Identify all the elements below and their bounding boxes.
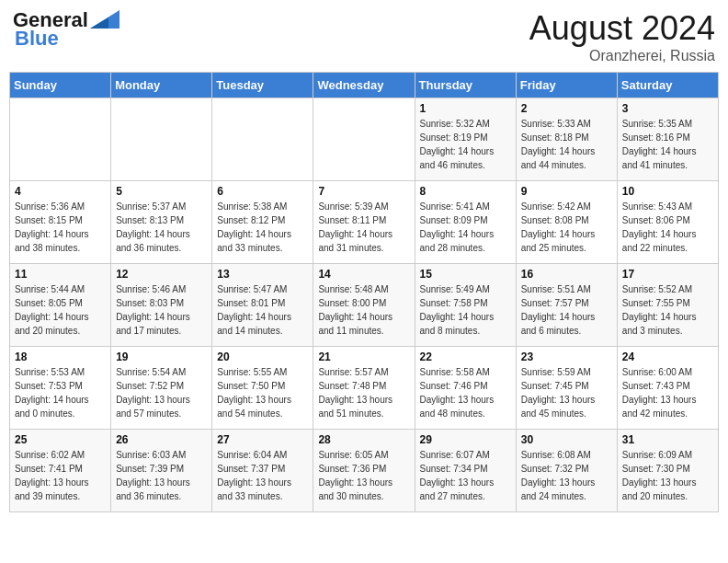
logo: General Blue (13, 9, 119, 50)
day-info: Sunrise: 5:42 AM Sunset: 8:08 PM Dayligh… (521, 200, 612, 255)
calendar-day-cell: 28Sunrise: 6:05 AM Sunset: 7:36 PM Dayli… (313, 430, 415, 512)
month-year-title: August 2024 (529, 9, 715, 48)
calendar-day-cell: 20Sunrise: 5:55 AM Sunset: 7:50 PM Dayli… (212, 347, 313, 430)
day-info: Sunrise: 5:57 AM Sunset: 7:48 PM Dayligh… (318, 365, 409, 420)
day-info: Sunrise: 6:07 AM Sunset: 7:34 PM Dayligh… (420, 448, 511, 503)
calendar-day-cell: 11Sunrise: 5:44 AM Sunset: 8:05 PM Dayli… (10, 264, 111, 347)
calendar-day-cell (313, 98, 415, 181)
day-number: 31 (622, 433, 713, 446)
day-of-week-header: Saturday (617, 73, 718, 98)
day-of-week-header: Thursday (415, 73, 516, 98)
calendar-day-cell: 5Sunrise: 5:37 AM Sunset: 8:13 PM Daylig… (111, 181, 212, 264)
calendar-day-cell: 27Sunrise: 6:04 AM Sunset: 7:37 PM Dayli… (212, 430, 313, 512)
calendar-day-cell: 6Sunrise: 5:38 AM Sunset: 8:12 PM Daylig… (212, 181, 313, 264)
calendar-day-cell: 12Sunrise: 5:46 AM Sunset: 8:03 PM Dayli… (111, 264, 212, 347)
day-number: 12 (116, 268, 207, 281)
calendar-day-cell: 9Sunrise: 5:42 AM Sunset: 8:08 PM Daylig… (516, 181, 617, 264)
calendar-day-cell: 17Sunrise: 5:52 AM Sunset: 7:55 PM Dayli… (617, 264, 718, 347)
day-info: Sunrise: 5:36 AM Sunset: 8:15 PM Dayligh… (15, 200, 106, 255)
day-of-week-header: Monday (111, 73, 212, 98)
day-info: Sunrise: 5:51 AM Sunset: 7:57 PM Dayligh… (521, 282, 612, 338)
day-number: 27 (217, 433, 308, 446)
day-number: 2 (521, 102, 612, 115)
calendar-day-cell: 29Sunrise: 6:07 AM Sunset: 7:34 PM Dayli… (415, 430, 516, 512)
day-number: 30 (521, 433, 612, 446)
calendar-day-cell: 21Sunrise: 5:57 AM Sunset: 7:48 PM Dayli… (313, 347, 415, 430)
location-subtitle: Oranzherei, Russia (529, 48, 715, 64)
day-info: Sunrise: 5:37 AM Sunset: 8:13 PM Dayligh… (116, 200, 207, 255)
day-info: Sunrise: 6:02 AM Sunset: 7:41 PM Dayligh… (15, 448, 106, 503)
calendar-day-cell: 30Sunrise: 6:08 AM Sunset: 7:32 PM Dayli… (516, 430, 617, 512)
day-number: 15 (420, 268, 511, 281)
day-info: Sunrise: 5:32 AM Sunset: 8:19 PM Dayligh… (420, 117, 511, 172)
day-of-week-header: Wednesday (313, 73, 415, 98)
day-number: 25 (15, 433, 106, 446)
day-number: 28 (318, 433, 409, 446)
day-number: 4 (15, 185, 106, 198)
calendar-day-cell: 8Sunrise: 5:41 AM Sunset: 8:09 PM Daylig… (415, 181, 516, 264)
day-number: 6 (217, 185, 308, 198)
day-number: 19 (116, 350, 207, 363)
day-info: Sunrise: 6:00 AM Sunset: 7:43 PM Dayligh… (622, 365, 713, 420)
day-number: 29 (420, 433, 511, 446)
day-info: Sunrise: 5:58 AM Sunset: 7:46 PM Dayligh… (420, 365, 511, 420)
day-info: Sunrise: 5:43 AM Sunset: 8:06 PM Dayligh… (622, 200, 713, 255)
calendar-day-cell: 13Sunrise: 5:47 AM Sunset: 8:01 PM Dayli… (212, 264, 313, 347)
day-of-week-header: Sunday (10, 73, 111, 98)
day-info: Sunrise: 5:44 AM Sunset: 8:05 PM Dayligh… (15, 282, 106, 338)
calendar-day-cell (111, 98, 212, 181)
day-number: 21 (318, 350, 409, 363)
day-number: 16 (521, 268, 612, 281)
title-block: August 2024 Oranzherei, Russia (529, 9, 715, 64)
day-info: Sunrise: 5:49 AM Sunset: 7:58 PM Dayligh… (420, 282, 511, 338)
day-number: 22 (420, 350, 511, 363)
day-info: Sunrise: 5:39 AM Sunset: 8:11 PM Dayligh… (318, 200, 409, 255)
day-info: Sunrise: 5:59 AM Sunset: 7:45 PM Dayligh… (521, 365, 612, 420)
calendar-day-cell: 24Sunrise: 6:00 AM Sunset: 7:43 PM Dayli… (617, 347, 718, 430)
day-number: 26 (116, 433, 207, 446)
day-number: 24 (622, 350, 713, 363)
calendar-day-cell: 22Sunrise: 5:58 AM Sunset: 7:46 PM Dayli… (415, 347, 516, 430)
day-of-week-header: Tuesday (212, 73, 313, 98)
day-info: Sunrise: 5:46 AM Sunset: 8:03 PM Dayligh… (116, 282, 207, 338)
calendar-week-row: 18Sunrise: 5:53 AM Sunset: 7:53 PM Dayli… (10, 347, 719, 430)
day-info: Sunrise: 6:03 AM Sunset: 7:39 PM Dayligh… (116, 448, 207, 503)
calendar-day-cell: 2Sunrise: 5:33 AM Sunset: 8:18 PM Daylig… (516, 98, 617, 181)
day-info: Sunrise: 5:33 AM Sunset: 8:18 PM Dayligh… (521, 117, 612, 172)
logo-blue-text: Blue (15, 28, 59, 50)
day-info: Sunrise: 5:53 AM Sunset: 7:53 PM Dayligh… (15, 365, 106, 420)
day-number: 5 (116, 185, 207, 198)
day-info: Sunrise: 5:35 AM Sunset: 8:16 PM Dayligh… (622, 117, 713, 172)
calendar-week-row: 25Sunrise: 6:02 AM Sunset: 7:41 PM Dayli… (10, 430, 719, 512)
calendar-day-cell: 26Sunrise: 6:03 AM Sunset: 7:39 PM Dayli… (111, 430, 212, 512)
calendar-day-cell: 3Sunrise: 5:35 AM Sunset: 8:16 PM Daylig… (617, 98, 718, 181)
day-number: 11 (15, 268, 106, 281)
day-info: Sunrise: 5:38 AM Sunset: 8:12 PM Dayligh… (217, 200, 308, 255)
logo-icon (90, 10, 119, 29)
calendar-week-row: 11Sunrise: 5:44 AM Sunset: 8:05 PM Dayli… (10, 264, 719, 347)
calendar-day-cell (10, 98, 111, 181)
calendar-day-cell: 7Sunrise: 5:39 AM Sunset: 8:11 PM Daylig… (313, 181, 415, 264)
day-info: Sunrise: 6:09 AM Sunset: 7:30 PM Dayligh… (622, 448, 713, 503)
day-info: Sunrise: 6:08 AM Sunset: 7:32 PM Dayligh… (521, 448, 612, 503)
calendar-header-row: SundayMondayTuesdayWednesdayThursdayFrid… (10, 73, 719, 98)
day-number: 9 (521, 185, 612, 198)
day-of-week-header: Friday (516, 73, 617, 98)
day-number: 23 (521, 350, 612, 363)
calendar-day-cell: 10Sunrise: 5:43 AM Sunset: 8:06 PM Dayli… (617, 181, 718, 264)
calendar-day-cell: 15Sunrise: 5:49 AM Sunset: 7:58 PM Dayli… (415, 264, 516, 347)
calendar-day-cell (212, 98, 313, 181)
day-info: Sunrise: 5:48 AM Sunset: 8:00 PM Dayligh… (318, 282, 409, 338)
day-number: 18 (15, 350, 106, 363)
day-number: 7 (318, 185, 409, 198)
calendar-table: SundayMondayTuesdayWednesdayThursdayFrid… (9, 72, 719, 512)
calendar-week-row: 4Sunrise: 5:36 AM Sunset: 8:15 PM Daylig… (10, 181, 719, 264)
day-number: 8 (420, 185, 511, 198)
day-info: Sunrise: 5:47 AM Sunset: 8:01 PM Dayligh… (217, 282, 308, 338)
day-info: Sunrise: 5:54 AM Sunset: 7:52 PM Dayligh… (116, 365, 207, 420)
day-info: Sunrise: 5:52 AM Sunset: 7:55 PM Dayligh… (622, 282, 713, 338)
day-info: Sunrise: 5:55 AM Sunset: 7:50 PM Dayligh… (217, 365, 308, 420)
day-number: 13 (217, 268, 308, 281)
calendar-day-cell: 25Sunrise: 6:02 AM Sunset: 7:41 PM Dayli… (10, 430, 111, 512)
calendar-week-row: 1Sunrise: 5:32 AM Sunset: 8:19 PM Daylig… (10, 98, 719, 181)
